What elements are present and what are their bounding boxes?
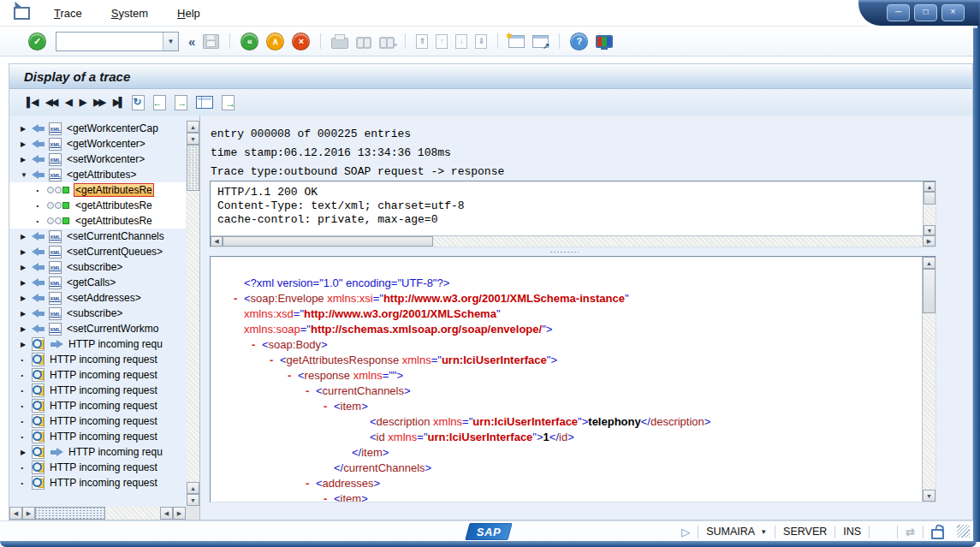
last-page-icon[interactable]: ⇓ [475, 34, 487, 49]
next-block-button[interactable]: ▶▶ [93, 97, 104, 108]
scrollbar-thumb[interactable] [35, 507, 105, 520]
back-button[interactable]: « [241, 33, 258, 51]
scroll-down-icon[interactable]: ▼ [923, 490, 935, 502]
status-expand-icon[interactable]: ▷ [681, 526, 690, 538]
tree-item[interactable]: ▶XML<subscribe> [9, 306, 186, 321]
first-record-button[interactable]: ▌◀ [27, 97, 37, 108]
status-user[interactable]: SUMAIRA [706, 526, 755, 538]
tree-item[interactable]: ▶XML<setAddresses> [9, 290, 186, 306]
tree-item[interactable]: ·<getAttributesRe [9, 213, 186, 229]
up-button[interactable]: ∧ [266, 33, 284, 51]
close-button[interactable]: × [941, 4, 965, 21]
scroll-up-icon[interactable]: ▲ [187, 121, 199, 133]
tree-item[interactable]: ·<getAttributesRe [9, 198, 186, 213]
headers-vertical-scrollbar[interactable]: ▲ ▼ [923, 181, 935, 235]
scroll-down-icon[interactable]: ▼ [924, 225, 935, 235]
tree-vertical-scrollbar[interactable]: ▲ ▼ ▲ ▼ [187, 121, 199, 506]
save-icon[interactable] [203, 34, 219, 49]
scroll-right-icon[interactable]: ▶ [173, 507, 186, 520]
tree-item[interactable]: ·HTTP incoming request [9, 352, 186, 367]
tree-item[interactable]: ·HTTP incoming request [9, 398, 186, 413]
menu-trace[interactable]: Trace [54, 7, 82, 20]
previous-block-button[interactable]: ◀◀ [45, 97, 56, 108]
expander-icon[interactable]: ▶ [21, 279, 32, 287]
tree-item[interactable]: ▶XML<setCurrentWorkmo [9, 321, 186, 336]
tree-item[interactable]: ▶XML<setCurrentQueues> [9, 244, 186, 259]
scroll-up-icon[interactable]: ▲ [923, 257, 935, 269]
headers-scroll-corner[interactable]: ▶ [923, 235, 935, 247]
scroll-up-icon[interactable]: ▲ [924, 181, 935, 192]
scrollbar-thumb[interactable] [223, 236, 433, 247]
expander-icon[interactable]: ▶ [21, 264, 32, 271]
command-dropdown-icon[interactable]: ▼ [163, 33, 178, 51]
expander-icon[interactable]: ▶ [21, 248, 32, 256]
tree-item[interactable]: ·HTTP incoming request [9, 383, 186, 398]
tree-item[interactable]: ▶XML<subscribe> [9, 259, 186, 275]
tree-item[interactable]: ▶XML<setWorkcenter> [9, 152, 186, 167]
refresh-icon[interactable] [132, 95, 145, 110]
last-record-button[interactable]: ▶▌ [113, 97, 123, 108]
expander-icon[interactable]: ▶ [21, 233, 32, 241]
table-view-icon[interactable] [196, 96, 213, 109]
previous-record-button[interactable]: ◀ [65, 97, 70, 108]
command-input[interactable] [56, 34, 163, 49]
status-server[interactable]: SERVER [783, 526, 827, 538]
scroll-left-icon[interactable]: ◀ [9, 507, 22, 520]
xml-vertical-scrollbar[interactable]: ▲ ▼ [922, 257, 935, 502]
tree-item[interactable]: ▶XML<getWorkcenter> [9, 136, 186, 152]
scroll-down-icon[interactable]: ▼ [187, 133, 199, 145]
help-button[interactable]: ? [570, 33, 588, 51]
scroll-right-icon[interactable]: ▶ [22, 507, 35, 520]
expander-icon[interactable]: ▶ [21, 325, 32, 333]
export-xml-icon[interactable] [222, 95, 235, 110]
new-session-icon[interactable] [508, 35, 525, 48]
expander-icon[interactable]: ▼ [21, 171, 32, 179]
expander-icon[interactable]: ▶ [21, 140, 32, 148]
expander-icon[interactable]: ▶ [21, 341, 32, 348]
system-menu-icon[interactable] [14, 7, 30, 20]
expander-icon[interactable]: ▶ [21, 125, 32, 133]
layout-icon[interactable] [596, 35, 613, 48]
tree-item[interactable]: ▶HTTP incoming requ [9, 336, 186, 352]
scrollbar-thumb[interactable] [187, 145, 199, 191]
status-ins[interactable]: INS [843, 526, 861, 538]
print-icon[interactable] [331, 38, 348, 49]
menu-system[interactable]: System [111, 7, 148, 20]
expander-icon[interactable]: ▶ [21, 310, 32, 318]
next-record-button[interactable]: ▶ [80, 97, 85, 108]
first-page-icon[interactable]: ⇑ [416, 34, 428, 49]
tree-item[interactable]: ·HTTP incoming request [9, 460, 186, 475]
tree-item[interactable]: ·HTTP incoming request [9, 475, 186, 491]
next-page-icon[interactable]: ↓ [455, 34, 467, 49]
tree-item[interactable]: ▼XML<getAttributes> [9, 167, 186, 182]
resize-grip[interactable] [957, 525, 970, 538]
scroll-right-icon[interactable]: ▶ [923, 235, 935, 247]
cancel-button[interactable]: × [292, 33, 310, 51]
headers-horizontal-scrollbar[interactable]: ◀ [211, 235, 923, 247]
scrollbar-thumb[interactable] [923, 269, 935, 313]
tree-item[interactable]: ▶XML<getWorkcenterCap [9, 121, 186, 136]
tree-item[interactable]: ·HTTP incoming request [9, 413, 186, 429]
menu-help[interactable]: Help [177, 7, 200, 20]
scroll-left-icon[interactable]: ◀ [160, 507, 173, 520]
tree-item[interactable]: ▶XML<setCurrentChannels [9, 229, 186, 244]
scroll-left-icon[interactable]: ◀ [211, 236, 223, 247]
find-icon[interactable] [356, 36, 371, 47]
expander-icon[interactable]: ▶ [21, 156, 32, 164]
previous-page-icon[interactable]: ↑ [436, 34, 448, 49]
scroll-down-icon[interactable]: ▼ [187, 494, 199, 506]
tree-horizontal-scrollbar[interactable]: ◀ ▶ ◀ ▶ [9, 507, 186, 520]
tree-item[interactable]: ·HTTP incoming request [9, 429, 186, 444]
splitter-grip[interactable] [200, 249, 927, 255]
minimize-button[interactable]: ─ [887, 4, 910, 21]
status-dropdown-icon[interactable]: ▼ [760, 528, 767, 536]
shortcut-icon[interactable] [532, 35, 549, 48]
scrollbar-thumb[interactable] [924, 192, 935, 205]
tree-item[interactable]: ▶XML<getCalls> [9, 275, 186, 290]
tree-item[interactable]: ·<getAttributesRe [9, 182, 186, 198]
find-next-icon[interactable]: + [379, 36, 395, 47]
expander-icon[interactable]: ▶ [21, 294, 32, 302]
tree-item[interactable]: ·HTTP incoming request [9, 367, 186, 383]
tree-item[interactable]: ▶HTTP incoming requ [9, 444, 186, 460]
expander-icon[interactable]: ▶ [21, 449, 32, 456]
